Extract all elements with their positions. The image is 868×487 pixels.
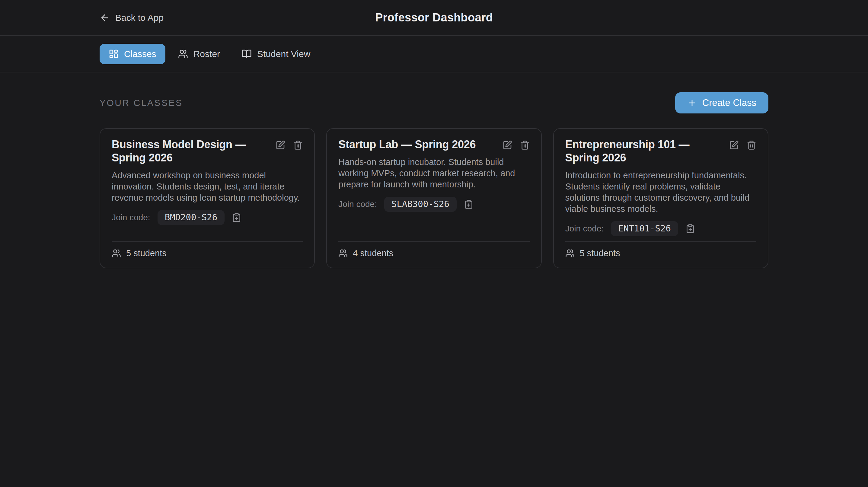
users-icon: [565, 249, 575, 258]
tab-roster[interactable]: Roster: [169, 44, 229, 64]
pencil-square-icon: [276, 140, 285, 150]
join-code-value: ENT101-S26: [611, 221, 678, 236]
layout-dashboard-icon: [108, 49, 119, 59]
tab-bar: Classes Roster Student View: [0, 36, 868, 72]
card-actions: [276, 138, 303, 150]
users-icon: [178, 49, 188, 59]
class-description: Hands-on startup incubator. Students bui…: [338, 157, 529, 190]
card-actions: [502, 138, 530, 150]
student-count: 4 students: [353, 248, 393, 258]
join-code-label: Join code:: [565, 224, 604, 233]
class-title: Business Model Design — Spring 2026: [112, 138, 270, 164]
clipboard-plus-icon: [464, 199, 473, 209]
edit-class-button[interactable]: [729, 140, 739, 150]
copy-code-button[interactable]: [232, 213, 242, 222]
class-card: Business Model Design — Spring 2026 Adva…: [100, 128, 315, 268]
copy-code-button[interactable]: [464, 199, 473, 209]
arrow-left-icon: [100, 13, 110, 23]
trash-icon: [293, 140, 303, 150]
header-bar: Back to App Professor Dashboard: [0, 0, 868, 36]
student-count: 5 students: [126, 248, 166, 258]
clipboard-plus-icon: [232, 213, 242, 222]
clipboard-plus-icon: [685, 224, 695, 233]
class-description: Introduction to entrepreneurship fundame…: [565, 170, 756, 215]
trash-icon: [747, 140, 756, 150]
tab-roster-label: Roster: [193, 49, 220, 59]
trash-icon: [520, 140, 530, 150]
student-count: 5 students: [580, 248, 620, 258]
tab-student-view-label: Student View: [257, 49, 310, 59]
card-header: Entrepreneurship 101 — Spring 2026: [565, 138, 756, 164]
delete-class-button[interactable]: [293, 140, 303, 150]
card-actions: [729, 138, 756, 150]
back-to-app-label: Back to App: [115, 13, 163, 23]
pencil-square-icon: [502, 140, 512, 150]
class-title: Entrepreneurship 101 — Spring 2026: [565, 138, 723, 164]
class-card: Entrepreneurship 101 — Spring 2026 Intro…: [553, 128, 768, 268]
join-code-label: Join code:: [112, 213, 150, 222]
student-count-row: 5 students: [112, 241, 303, 258]
join-code-row: Join code: ENT101-S26: [565, 221, 756, 236]
student-count-row: 5 students: [565, 241, 756, 258]
card-header: Business Model Design — Spring 2026: [112, 138, 303, 164]
join-code-row: Join code: BMD200-S26: [112, 210, 303, 225]
class-title: Startup Lab — Spring 2026: [338, 138, 496, 151]
edit-class-button[interactable]: [276, 140, 285, 150]
delete-class-button[interactable]: [520, 140, 530, 150]
book-open-icon: [242, 49, 252, 59]
page-title: Professor Dashboard: [375, 11, 493, 24]
class-card: Startup Lab — Spring 2026 Hands-on start…: [326, 128, 541, 268]
join-code-value: SLAB300-S26: [384, 197, 457, 212]
copy-code-button[interactable]: [685, 224, 695, 233]
class-card-grid: Business Model Design — Spring 2026 Adva…: [100, 128, 768, 268]
tab-classes[interactable]: Classes: [100, 44, 165, 64]
back-to-app-link[interactable]: Back to App: [100, 13, 163, 23]
pencil-square-icon: [729, 140, 739, 150]
delete-class-button[interactable]: [747, 140, 756, 150]
tab-classes-label: Classes: [124, 49, 156, 59]
create-class-label: Create Class: [702, 97, 756, 108]
create-class-button[interactable]: Create Class: [675, 92, 768, 113]
edit-class-button[interactable]: [502, 140, 512, 150]
join-code-value: BMD200-S26: [158, 210, 225, 225]
plus-icon: [687, 98, 697, 108]
users-icon: [338, 249, 348, 258]
join-code-label: Join code:: [338, 199, 377, 209]
tab-student-view[interactable]: Student View: [233, 44, 319, 64]
section-heading: YOUR CLASSES: [100, 98, 183, 108]
card-header: Startup Lab — Spring 2026: [338, 138, 529, 151]
student-count-row: 4 students: [338, 241, 529, 258]
section-header-row: YOUR CLASSES Create Class: [100, 92, 768, 113]
join-code-row: Join code: SLAB300-S26: [338, 197, 529, 212]
class-description: Advanced workshop on business model inno…: [112, 170, 303, 203]
users-icon: [112, 249, 121, 258]
